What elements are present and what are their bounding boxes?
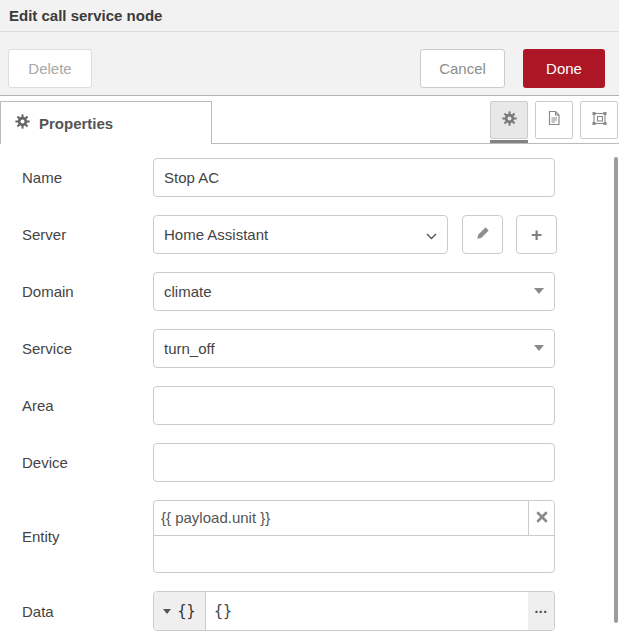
device-label: Device — [22, 443, 153, 482]
form-row-data: Data {} ... — [22, 591, 619, 631]
plus-icon: + — [531, 224, 542, 246]
service-combobox — [153, 329, 555, 368]
cancel-button[interactable]: Cancel — [420, 49, 505, 88]
server-label: Server — [22, 215, 153, 254]
chevron-down-icon — [426, 226, 437, 243]
data-value-input[interactable] — [206, 592, 528, 630]
toolbar-spacer — [92, 49, 420, 95]
edit-node-dialog: Edit call service node Delete Cancel Don… — [0, 0, 619, 637]
service-input[interactable] — [153, 329, 555, 368]
area-label: Area — [22, 386, 153, 425]
tab-properties-label: Properties — [39, 115, 113, 132]
data-type-select-button[interactable]: {} — [154, 592, 206, 630]
dialog-toolbar: Delete Cancel Done — [0, 32, 619, 96]
tab-button-properties[interactable] — [490, 101, 528, 139]
name-label: Name — [22, 158, 153, 197]
tab-button-appearance[interactable] — [580, 101, 618, 139]
entity-label: Entity — [22, 528, 153, 545]
entity-list-item[interactable]: {{ payload.unit }} — [154, 501, 554, 536]
active-tab-underline — [490, 140, 528, 143]
add-server-button[interactable]: + — [516, 215, 557, 254]
domain-combobox — [153, 272, 555, 311]
dialog-title: Edit call service node — [0, 0, 619, 32]
vertical-scrollbar-thumb[interactable] — [614, 157, 618, 623]
gear-icon — [15, 114, 30, 133]
domain-input[interactable] — [153, 272, 555, 311]
form-row-device: Device — [22, 443, 619, 482]
entity-item-value[interactable]: {{ payload.unit }} — [154, 501, 528, 535]
close-icon — [536, 509, 548, 527]
gear-icon — [502, 111, 517, 130]
tab-button-description[interactable] — [535, 101, 573, 139]
form-row-domain: Domain — [22, 272, 619, 311]
remove-entity-button[interactable] — [528, 501, 554, 535]
done-button[interactable]: Done — [523, 49, 605, 88]
data-label: Data — [22, 603, 153, 620]
service-label: Service — [22, 329, 153, 368]
editor-tab-bar: Properties — [0, 96, 619, 144]
name-input[interactable] — [153, 158, 555, 197]
json-type-icon: {} — [177, 602, 195, 620]
entity-list-empty-row — [154, 536, 554, 572]
form-row-service: Service — [22, 329, 619, 368]
server-select[interactable]: Home Assistant — [153, 215, 448, 254]
server-selected-value: Home Assistant — [164, 226, 426, 243]
appearance-icon — [591, 110, 608, 131]
device-input[interactable] — [153, 443, 555, 482]
form-row-name: Name — [22, 158, 619, 197]
delete-button[interactable]: Delete — [8, 49, 92, 88]
form-row-area: Area — [22, 386, 619, 425]
area-input[interactable] — [153, 386, 555, 425]
data-typed-input: {} ... — [153, 591, 555, 631]
tab-properties[interactable]: Properties — [0, 101, 212, 144]
ellipsis-icon: ... — [534, 600, 547, 616]
form-row-server: Server Home Assistant + — [22, 215, 619, 254]
entity-editable-list: {{ payload.unit }} — [153, 500, 555, 573]
edit-server-button[interactable] — [462, 215, 503, 254]
caret-down-icon — [163, 609, 171, 614]
form-row-entity: Entity {{ payload.unit }} — [22, 500, 619, 573]
domain-label: Domain — [22, 272, 153, 311]
expand-editor-button[interactable]: ... — [528, 592, 554, 630]
document-icon — [546, 110, 562, 130]
pencil-icon — [476, 226, 490, 244]
properties-form: Name Server Home Assistant — [0, 144, 619, 631]
